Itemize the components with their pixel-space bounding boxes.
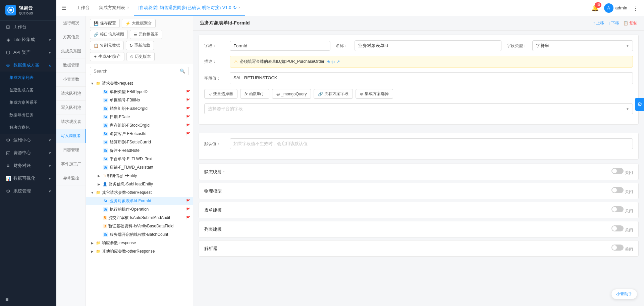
copy-button[interactable]: 📋 复制 [623, 20, 637, 26]
sidebar-item-lite[interactable]: ◈ Lite 轻集成 ∨ [0, 33, 56, 46]
physical-model-toggle[interactable]: 关闭 [611, 187, 633, 195]
help-link[interactable]: Help [326, 59, 335, 64]
str-icon: Sr [103, 132, 108, 136]
meta-data-view-button[interactable]: ☰ 元数据视图 [130, 30, 162, 39]
left-nav-observer[interactable]: 请求观度者 [56, 115, 86, 129]
sidebar-item-system[interactable]: ⚙ 系统管理 ∨ [0, 185, 56, 198]
tree-item-ftlwd-assistant[interactable]: Sr 店铺-F_TLWD_Assistant [86, 163, 193, 172]
xiao-qing-assistant-button[interactable]: 小青助手 [611, 289, 637, 299]
big-data-merge-button[interactable]: ⚡ 大数据聚合 [122, 19, 156, 28]
variable-selector-button[interactable]: ▽ 变量选择器 [204, 89, 237, 99]
toggle-switch[interactable] [611, 206, 624, 212]
left-nav-relation-map[interactable]: 集成关系图 [56, 44, 86, 58]
arrow-up-icon: ↑ [593, 21, 595, 26]
sidebar-item-create[interactable]: 创建集成方案 [0, 84, 56, 96]
default-value-input[interactable]: 如果字段值不生效时，会启用该默认值 [230, 138, 633, 149]
left-nav-overview[interactable]: 运行概况 [56, 16, 86, 30]
close-icon[interactable]: × [238, 6, 240, 9]
tree-item-fsale-org[interactable]: Sr 销售组织-FSaleOrgId 🚩 [86, 104, 193, 113]
notification-bell[interactable]: 🔔 10 [591, 4, 599, 12]
field-value-input[interactable]: SAL_RETURNSTOCK [230, 72, 633, 84]
static-mapping-toggle[interactable]: 关闭 [611, 168, 633, 176]
sidebar-item-solution-pkg[interactable]: 解决方案包 [0, 121, 56, 134]
tab-workbench[interactable]: 工作台 [72, 0, 94, 16]
tree-item-verify-base[interactable]: B 验证基础资料-IsVerifyBaseDataField [86, 222, 193, 230]
settings-float-button[interactable]: ⚙ [635, 98, 644, 111]
search-input[interactable] [94, 69, 180, 74]
toggle-switch[interactable] [611, 187, 624, 193]
related-field-button[interactable]: 🔗 关联方案字段 [314, 89, 353, 99]
tree-item-fretcust[interactable]: Sr 退货客户-FRetcustId 🚩 [86, 130, 193, 138]
integration-select-button[interactable]: ⊕ 集成方案选择 [356, 89, 393, 99]
tree-item-batch-count[interactable]: Sr 服务端开启的线程数-BatchCount [86, 230, 193, 239]
move-up-button[interactable]: ↑ 上移 [593, 20, 604, 26]
tree-item-request-params[interactable]: ▼ 📁 请求参数-request [86, 79, 193, 88]
left-nav-xiao-qing[interactable]: 小青查数 [56, 73, 86, 87]
assistant-area: 小青助手 [611, 289, 637, 299]
sidebar-item-ops[interactable]: ⚙ 运维中心 ∨ [0, 134, 56, 146]
str-icon: Sr [103, 207, 108, 212]
tab-integration-list[interactable]: 集成方案列表 × [94, 0, 134, 16]
sidebar-item-integration-list[interactable]: 集成方案列表 [0, 72, 56, 84]
toggle-switch[interactable] [611, 225, 624, 231]
sidebar-item-resource[interactable]: ◱ 资源中心 ∨ [0, 146, 56, 159]
history-button[interactable]: ⊙ 历史版本 [126, 52, 155, 61]
table-model-toggle[interactable]: 关闭 [611, 206, 633, 214]
sidebar-item-data-integration[interactable]: ⊛ 数据集成方案 ∧ [0, 59, 56, 72]
tab-auto-split[interactable]: [自动菱梨]-销售退货同步(已确认-明细对接)-V1.0 ↻ × [134, 0, 245, 16]
tree-item-response[interactable]: ▶ 📁 响应参数-response [86, 239, 193, 247]
left-nav-event-factory[interactable]: 事件加工厂 [56, 157, 86, 171]
tree-item-fstock-org[interactable]: Sr 库存组织-FStockOrgId 🚩 [86, 121, 193, 130]
tree-item-fsettle-curr[interactable]: Sr 结算币别-FSettleCurrId [86, 138, 193, 146]
left-nav-write-scheduler[interactable]: 写入调度者 [56, 129, 86, 143]
refresh-icon[interactable]: ↻ [233, 5, 237, 10]
close-icon[interactable]: × [127, 6, 129, 9]
function-helper-button[interactable]: fx 函数助手 [240, 89, 269, 99]
folder-icon: 📁 [96, 249, 101, 254]
sidebar-item-relation-map[interactable]: 集成方案关系图 [0, 96, 56, 109]
tree-item-ftlwd-text[interactable]: Sr 平台单号-F_TLWD_Text [86, 155, 193, 163]
list-model-toggle[interactable]: 关闭 [611, 225, 633, 233]
sidebar-item-workbench[interactable]: ⊞ 工作台 [0, 20, 56, 33]
sidebar-menu-icon[interactable]: ≡ [5, 297, 8, 302]
left-nav-data-mgmt[interactable]: 数据管理 [56, 58, 86, 73]
user-avatar-area[interactable]: A admin [604, 3, 627, 13]
type-select[interactable]: 字符串 ▼ [532, 40, 633, 51]
gen-api-button[interactable]: ✦ 生成API资产 [90, 52, 124, 61]
source-field-select[interactable]: 选择源平台的字段 ▼ [204, 103, 633, 114]
sidebar-item-data-export[interactable]: 数据导出任务 [0, 109, 56, 121]
reload-button[interactable]: ↻ 重新加载 [126, 41, 154, 50]
tree-item-submit-audit[interactable]: B 提交并审核-IsAutoSubmitAndAudit 🚩 [86, 214, 193, 222]
tree-item-sub-head[interactable]: ▶ 👤 财务信息-SubHeadEntity [86, 180, 193, 188]
toggle-switch[interactable] [611, 245, 624, 251]
tree-item-other-request[interactable]: ▼ 📁 其它请求参数-otherRequest [86, 188, 193, 197]
sidebar-item-finance[interactable]: ≡ 财务对账 ∨ [0, 159, 56, 172]
toggle-switch[interactable] [611, 168, 624, 174]
sidebar-item-api[interactable]: ⬡ API 资产 ∨ [0, 46, 56, 59]
menu-icon[interactable]: ☰ [62, 5, 66, 11]
tree-item-formid[interactable]: Sr 业务对象表单Id-FormId 🚩 [86, 197, 193, 205]
mongo-query-button[interactable]: ◎ _mongoQuery [272, 89, 311, 99]
name-value[interactable]: 业务对象表单Id [355, 40, 502, 51]
tree-item-other-response[interactable]: ▶ 📁 其他响应参数-otherResponse [86, 247, 193, 256]
tree-item-fdate[interactable]: Sr 日期-FDate 🚩 [86, 113, 193, 121]
tree-item-fbill-no[interactable]: Sr 单据编号-FBillNo 🚩 [86, 96, 193, 104]
left-nav-solution-info[interactable]: 方案信息 [56, 30, 86, 44]
copy-meta-data-button[interactable]: 📋 复制元数据 [90, 41, 124, 50]
left-nav-write-pool[interactable]: 写入队列池 [56, 101, 86, 115]
parser-toggle[interactable]: 关闭 [611, 245, 633, 252]
tree-item-fentity[interactable]: ▶ ⊞ 明细信息-FEntity [86, 172, 193, 180]
move-down-button[interactable]: ↓ 下移 [608, 20, 619, 26]
left-nav-request-pool[interactable]: 请求队列池 [56, 87, 86, 101]
sidebar-item-label: 资源中心 [13, 150, 31, 156]
left-nav-log-mgmt[interactable]: 日志管理 [56, 143, 86, 157]
tree-item-fbill-type[interactable]: Sr 单据类型-FBillTypeID 🚩 [86, 88, 193, 96]
more-icon[interactable]: ⋮ [633, 4, 639, 12]
left-nav: 运行概况 方案信息 集成关系图 数据管理 小青查数 请求队列池 写入队列池 请求… [56, 16, 86, 306]
save-config-button[interactable]: 💾 保存配置 [90, 19, 120, 28]
tree-item-operation[interactable]: Sr 执行的操作-Operation 🚩 [86, 205, 193, 214]
tree-item-fhead-note[interactable]: Sr 备注-FHeadNote [86, 146, 193, 155]
left-nav-anomaly[interactable]: 异常监控 [56, 171, 86, 185]
interface-info-button[interactable]: 🔗 接口信息视图 [90, 30, 128, 39]
sidebar-item-dataviz[interactable]: 📊 数据可视化 ∨ [0, 172, 56, 185]
